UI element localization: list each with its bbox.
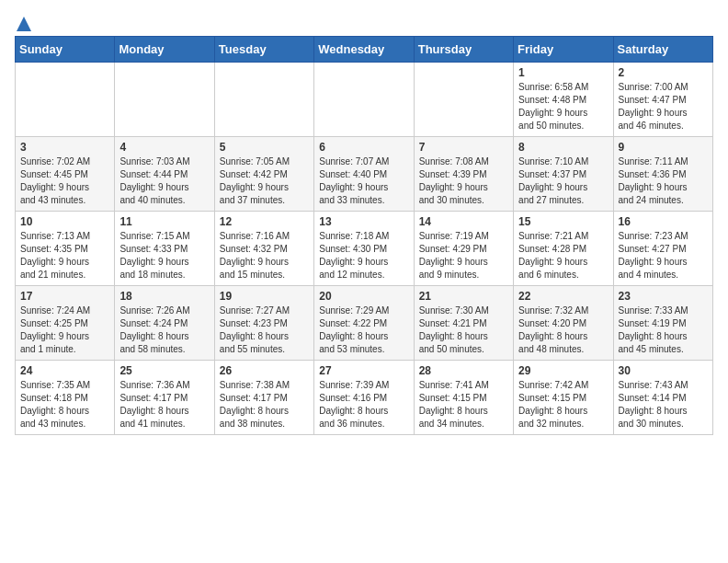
calendar-cell: 13Sunrise: 7:18 AM Sunset: 4:30 PM Dayli… bbox=[314, 211, 414, 285]
day-info: Sunrise: 7:27 AM Sunset: 4:23 PM Dayligh… bbox=[220, 304, 309, 356]
day-number: 27 bbox=[319, 364, 408, 377]
day-number: 30 bbox=[619, 364, 708, 377]
day-info: Sunrise: 7:41 AM Sunset: 4:15 PM Dayligh… bbox=[419, 379, 508, 431]
calendar-cell: 10Sunrise: 7:13 AM Sunset: 4:35 PM Dayli… bbox=[16, 211, 115, 285]
day-number: 21 bbox=[419, 290, 508, 303]
calendar-cell: 7Sunrise: 7:08 AM Sunset: 4:39 PM Daylig… bbox=[414, 136, 513, 211]
day-number: 13 bbox=[319, 215, 408, 228]
weekday-header-row: SundayMondayTuesdayWednesdayThursdayFrid… bbox=[16, 36, 713, 62]
day-number: 6 bbox=[319, 141, 408, 154]
day-number: 17 bbox=[20, 290, 109, 303]
day-number: 4 bbox=[119, 141, 209, 154]
day-info: Sunrise: 7:03 AM Sunset: 4:44 PM Dayligh… bbox=[119, 155, 209, 207]
week-row-3: 17Sunrise: 7:24 AM Sunset: 4:25 PM Dayli… bbox=[16, 285, 713, 360]
week-row-0: 1Sunrise: 6:58 AM Sunset: 4:48 PM Daylig… bbox=[16, 62, 713, 136]
day-number: 9 bbox=[619, 141, 708, 154]
calendar-cell: 24Sunrise: 7:35 AM Sunset: 4:18 PM Dayli… bbox=[16, 360, 115, 434]
day-info: Sunrise: 7:10 AM Sunset: 4:37 PM Dayligh… bbox=[518, 155, 608, 207]
day-number: 29 bbox=[518, 364, 608, 377]
weekday-tuesday: Tuesday bbox=[214, 36, 313, 62]
day-info: Sunrise: 7:33 AM Sunset: 4:19 PM Dayligh… bbox=[619, 304, 708, 356]
calendar-cell: 17Sunrise: 7:24 AM Sunset: 4:25 PM Dayli… bbox=[16, 285, 115, 360]
day-info: Sunrise: 7:43 AM Sunset: 4:14 PM Dayligh… bbox=[619, 379, 708, 431]
calendar-cell: 5Sunrise: 7:05 AM Sunset: 4:42 PM Daylig… bbox=[214, 136, 313, 211]
day-info: Sunrise: 7:29 AM Sunset: 4:22 PM Dayligh… bbox=[319, 304, 408, 356]
calendar-cell bbox=[16, 62, 115, 136]
calendar-cell: 30Sunrise: 7:43 AM Sunset: 4:14 PM Dayli… bbox=[613, 360, 712, 434]
calendar-cell: 26Sunrise: 7:38 AM Sunset: 4:17 PM Dayli… bbox=[214, 360, 313, 434]
calendar-cell: 6Sunrise: 7:07 AM Sunset: 4:40 PM Daylig… bbox=[314, 136, 414, 211]
weekday-wednesday: Wednesday bbox=[314, 36, 414, 62]
day-number: 1 bbox=[518, 66, 608, 79]
day-number: 23 bbox=[619, 290, 708, 303]
day-info: Sunrise: 6:58 AM Sunset: 4:48 PM Dayligh… bbox=[518, 81, 608, 132]
calendar-cell bbox=[314, 62, 414, 136]
day-number: 15 bbox=[518, 215, 608, 228]
day-info: Sunrise: 7:26 AM Sunset: 4:24 PM Dayligh… bbox=[119, 304, 209, 356]
day-number: 5 bbox=[220, 141, 309, 154]
day-info: Sunrise: 7:24 AM Sunset: 4:25 PM Dayligh… bbox=[20, 304, 109, 356]
week-row-2: 10Sunrise: 7:13 AM Sunset: 4:35 PM Dayli… bbox=[16, 211, 713, 285]
calendar-cell: 28Sunrise: 7:41 AM Sunset: 4:15 PM Dayli… bbox=[414, 360, 513, 434]
calendar-cell: 22Sunrise: 7:32 AM Sunset: 4:20 PM Dayli… bbox=[514, 285, 613, 360]
calendar-cell: 4Sunrise: 7:03 AM Sunset: 4:44 PM Daylig… bbox=[115, 136, 214, 211]
day-number: 28 bbox=[419, 364, 508, 377]
calendar-cell: 11Sunrise: 7:15 AM Sunset: 4:33 PM Dayli… bbox=[115, 211, 214, 285]
day-number: 7 bbox=[419, 141, 508, 154]
calendar-cell: 25Sunrise: 7:36 AM Sunset: 4:17 PM Dayli… bbox=[115, 360, 214, 434]
day-number: 14 bbox=[419, 215, 508, 228]
calendar-cell: 20Sunrise: 7:29 AM Sunset: 4:22 PM Dayli… bbox=[314, 285, 414, 360]
calendar-cell: 3Sunrise: 7:02 AM Sunset: 4:45 PM Daylig… bbox=[16, 136, 115, 211]
weekday-thursday: Thursday bbox=[414, 36, 513, 62]
header bbox=[15, 15, 713, 29]
day-info: Sunrise: 7:23 AM Sunset: 4:27 PM Dayligh… bbox=[619, 230, 708, 282]
day-number: 26 bbox=[220, 364, 309, 377]
day-info: Sunrise: 7:35 AM Sunset: 4:18 PM Dayligh… bbox=[20, 379, 109, 431]
day-info: Sunrise: 7:32 AM Sunset: 4:20 PM Dayligh… bbox=[518, 304, 608, 356]
calendar: SundayMondayTuesdayWednesdayThursdayFrid… bbox=[15, 36, 713, 435]
logo-triangle-icon bbox=[16, 16, 32, 32]
calendar-cell: 9Sunrise: 7:11 AM Sunset: 4:36 PM Daylig… bbox=[613, 136, 712, 211]
svg-marker-0 bbox=[17, 17, 31, 31]
day-info: Sunrise: 7:00 AM Sunset: 4:47 PM Dayligh… bbox=[619, 81, 708, 132]
calendar-cell bbox=[214, 62, 313, 136]
day-info: Sunrise: 7:16 AM Sunset: 4:32 PM Dayligh… bbox=[220, 230, 309, 282]
day-info: Sunrise: 7:05 AM Sunset: 4:42 PM Dayligh… bbox=[220, 155, 309, 207]
weekday-monday: Monday bbox=[115, 36, 214, 62]
weekday-sunday: Sunday bbox=[16, 36, 115, 62]
week-row-1: 3Sunrise: 7:02 AM Sunset: 4:45 PM Daylig… bbox=[16, 136, 713, 211]
day-info: Sunrise: 7:13 AM Sunset: 4:35 PM Dayligh… bbox=[20, 230, 109, 282]
day-number: 22 bbox=[518, 290, 608, 303]
calendar-cell: 12Sunrise: 7:16 AM Sunset: 4:32 PM Dayli… bbox=[214, 211, 313, 285]
day-number: 3 bbox=[20, 141, 109, 154]
calendar-cell: 18Sunrise: 7:26 AM Sunset: 4:24 PM Dayli… bbox=[115, 285, 214, 360]
day-info: Sunrise: 7:30 AM Sunset: 4:21 PM Dayligh… bbox=[419, 304, 508, 356]
calendar-cell: 1Sunrise: 6:58 AM Sunset: 4:48 PM Daylig… bbox=[514, 62, 613, 136]
day-number: 10 bbox=[20, 215, 109, 228]
day-number: 8 bbox=[518, 141, 608, 154]
day-info: Sunrise: 7:42 AM Sunset: 4:15 PM Dayligh… bbox=[518, 379, 608, 431]
calendar-cell bbox=[414, 62, 513, 136]
day-info: Sunrise: 7:15 AM Sunset: 4:33 PM Dayligh… bbox=[119, 230, 209, 282]
day-number: 19 bbox=[220, 290, 309, 303]
day-info: Sunrise: 7:18 AM Sunset: 4:30 PM Dayligh… bbox=[319, 230, 408, 282]
calendar-cell: 15Sunrise: 7:21 AM Sunset: 4:28 PM Dayli… bbox=[514, 211, 613, 285]
calendar-cell bbox=[115, 62, 214, 136]
logo bbox=[15, 15, 32, 29]
page: SundayMondayTuesdayWednesdayThursdayFrid… bbox=[0, 0, 728, 450]
day-number: 16 bbox=[619, 215, 708, 228]
calendar-cell: 2Sunrise: 7:00 AM Sunset: 4:47 PM Daylig… bbox=[613, 62, 712, 136]
day-number: 11 bbox=[119, 215, 209, 228]
weekday-friday: Friday bbox=[514, 36, 613, 62]
day-number: 20 bbox=[319, 290, 408, 303]
calendar-cell: 21Sunrise: 7:30 AM Sunset: 4:21 PM Dayli… bbox=[414, 285, 513, 360]
day-info: Sunrise: 7:11 AM Sunset: 4:36 PM Dayligh… bbox=[619, 155, 708, 207]
calendar-cell: 27Sunrise: 7:39 AM Sunset: 4:16 PM Dayli… bbox=[314, 360, 414, 434]
day-info: Sunrise: 7:19 AM Sunset: 4:29 PM Dayligh… bbox=[419, 230, 508, 282]
day-info: Sunrise: 7:38 AM Sunset: 4:17 PM Dayligh… bbox=[220, 379, 309, 431]
day-info: Sunrise: 7:07 AM Sunset: 4:40 PM Dayligh… bbox=[319, 155, 408, 207]
day-number: 25 bbox=[119, 364, 209, 377]
day-info: Sunrise: 7:36 AM Sunset: 4:17 PM Dayligh… bbox=[119, 379, 209, 431]
day-info: Sunrise: 7:08 AM Sunset: 4:39 PM Dayligh… bbox=[419, 155, 508, 207]
week-row-4: 24Sunrise: 7:35 AM Sunset: 4:18 PM Dayli… bbox=[16, 360, 713, 434]
